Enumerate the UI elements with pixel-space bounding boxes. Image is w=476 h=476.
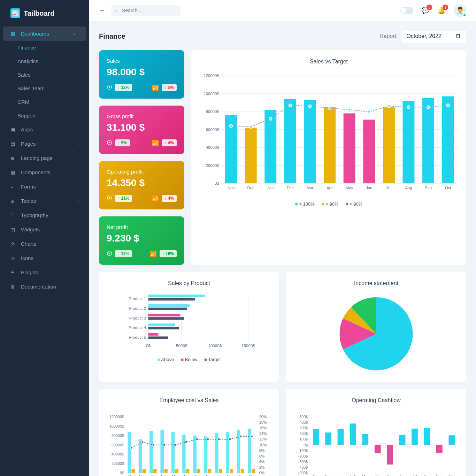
pages-icon: ▤	[10, 141, 16, 147]
svg-rect-98	[153, 469, 156, 473]
svg-text:Jun: Jun	[205, 474, 211, 476]
svg-text:10000$: 10000$	[208, 343, 222, 348]
logo[interactable]: 📈 Tailboard	[0, 0, 89, 26]
subnav-support[interactable]: Support	[0, 109, 89, 122]
svg-text:Oct: Oct	[445, 186, 451, 190]
stat-card-0[interactable]: Sales 98.000 $ ⦿ 12% 📶 5%	[99, 50, 184, 99]
svg-text:May: May	[193, 474, 201, 476]
svg-rect-72	[148, 337, 168, 339]
svg-rect-59	[148, 294, 205, 297]
svg-rect-60	[148, 298, 195, 300]
chat-button[interactable]: 💬3	[422, 7, 429, 14]
svg-text:80000$: 80000$	[206, 109, 219, 114]
svg-text:8%: 8%	[259, 448, 265, 453]
chevron-right-icon: ›	[77, 199, 79, 203]
nav-landing[interactable]: ⊕Landing page	[0, 151, 89, 165]
svg-text:-200$: -200$	[298, 454, 308, 458]
income-statement-chart	[294, 292, 458, 372]
nav-apps[interactable]: ▣Apps›	[0, 122, 89, 137]
nav-charts[interactable]: ◔Charts	[0, 237, 89, 251]
svg-text:Product 1: Product 1	[129, 296, 146, 301]
svg-text:5000$: 5000$	[176, 343, 187, 348]
stat-pct2: 5%	[162, 84, 177, 91]
svg-rect-32	[403, 101, 415, 183]
sales-vs-target-card: Sales vs Target 0$20000$40000$60000$8000…	[191, 50, 466, 265]
nav-icons[interactable]: ☺Icons	[0, 251, 89, 265]
nav-pages[interactable]: ▤Pages›	[0, 137, 89, 151]
svg-rect-100	[160, 430, 163, 473]
back-button[interactable]: ←	[99, 7, 105, 14]
target-icon: ⦿	[107, 84, 112, 91]
svg-text:Oct: Oct	[249, 474, 255, 476]
svg-text:0$: 0$	[304, 443, 308, 447]
svg-text:Nov: Nov	[128, 474, 135, 476]
subnav-finance[interactable]: Finance	[0, 41, 89, 54]
subnav-crm[interactable]: CRM	[0, 95, 89, 109]
chevron-right-icon: ›	[77, 142, 79, 146]
nav-typography[interactable]: TTypography	[0, 208, 89, 222]
report-date-value: October, 2022	[406, 33, 442, 39]
svg-text:0%: 0%	[259, 471, 265, 475]
svg-point-131	[174, 444, 176, 446]
svg-text:Dec: Dec	[139, 474, 146, 476]
nav-docs[interactable]: 🗎Documentation	[0, 279, 89, 294]
bars-icon: 📶	[150, 251, 157, 257]
svg-rect-66	[148, 317, 184, 320]
nav-tables[interactable]: ⊞Tables›	[0, 194, 89, 208]
svg-rect-68	[148, 323, 175, 326]
svg-rect-106	[182, 435, 185, 473]
svg-text:400$: 400$	[299, 420, 308, 424]
nav-plugins[interactable]: ⚭Plugins	[0, 265, 89, 279]
nav-components[interactable]: ▦Components›	[0, 165, 89, 179]
svg-point-134	[207, 438, 209, 440]
income-statement-card: Income statement	[286, 272, 466, 382]
stat-card-2[interactable]: Operating profit 14.350 $ ⦿ 11% 📶 4%	[99, 161, 184, 209]
stat-card-1[interactable]: Gross profit 31.100 $ ⦿ 9% 📶 4%	[99, 106, 184, 154]
nav-dashboards[interactable]: ▦ Dashboards ⌄	[3, 26, 86, 41]
svg-text:Feb: Feb	[287, 186, 294, 190]
svg-point-46	[387, 105, 390, 108]
svg-text:20000$: 20000$	[206, 163, 219, 168]
report-date-picker[interactable]: October, 2022 🗓	[401, 29, 466, 43]
topbar: ← ⌕ 💬3 🔔1 👨‍⚕️	[89, 0, 476, 21]
stat-pct1: 12%	[115, 84, 132, 91]
subnav-sales[interactable]: Sales	[0, 68, 89, 82]
svg-text:0$: 0$	[146, 343, 151, 348]
search-icon: ⌕	[114, 8, 117, 13]
sidebar: 📈 Tailboard ▦ Dashboards ⌄ Finance Analy…	[0, 0, 89, 476]
apps-icon: ▣	[10, 127, 16, 132]
notifications-button[interactable]: 🔔1	[438, 7, 445, 14]
search-input[interactable]	[111, 5, 181, 16]
subnav-analytics[interactable]: Analytics	[0, 54, 89, 68]
stat-card-3[interactable]: Net profit 9.230 $ ⦿ 12% 📶 16%	[99, 216, 184, 265]
avatar[interactable]: 👨‍⚕️	[454, 4, 466, 17]
svg-text:80000$: 80000$	[112, 433, 124, 438]
subnav-sales-team[interactable]: Sales Team	[0, 82, 89, 95]
svg-text:15000$: 15000$	[241, 343, 255, 348]
sales-vs-target-chart: 0$20000$40000$60000$80000$100000$120000$…	[200, 70, 458, 196]
svg-rect-116	[219, 469, 222, 473]
svg-text:-500$: -500$	[298, 471, 308, 475]
svg-point-43	[328, 107, 331, 109]
nav-label: Dashboards	[21, 31, 49, 37]
svg-point-41	[289, 104, 292, 107]
search-wrap: ⌕	[111, 5, 181, 16]
svg-rect-103	[171, 432, 175, 473]
nav-label: Tables	[21, 198, 36, 204]
svg-rect-24	[324, 107, 336, 183]
stat-value: 9.230 $	[107, 233, 177, 244]
svg-point-127	[130, 446, 133, 449]
svg-text:Dec: Dec	[325, 474, 332, 476]
nav-forms[interactable]: ≡Forms›	[0, 179, 89, 194]
main: ← ⌕ 💬3 🔔1 👨‍⚕️ Finance Report: October, …	[89, 0, 476, 476]
svg-rect-97	[149, 431, 153, 473]
nav-widgets[interactable]: ◫Widgets	[0, 222, 89, 237]
content: Finance Report: October, 2022 🗓 Sales 98…	[89, 21, 476, 476]
globe-icon: ⊕	[10, 155, 16, 161]
forms-icon: ≡	[10, 184, 16, 190]
svg-point-130	[163, 444, 166, 446]
svg-rect-118	[226, 432, 229, 473]
employee-cost-card: Employee cost vs Sales 0$20000$40000$600…	[99, 389, 279, 476]
theme-toggle[interactable]	[400, 7, 413, 14]
svg-text:40000$: 40000$	[112, 452, 124, 456]
